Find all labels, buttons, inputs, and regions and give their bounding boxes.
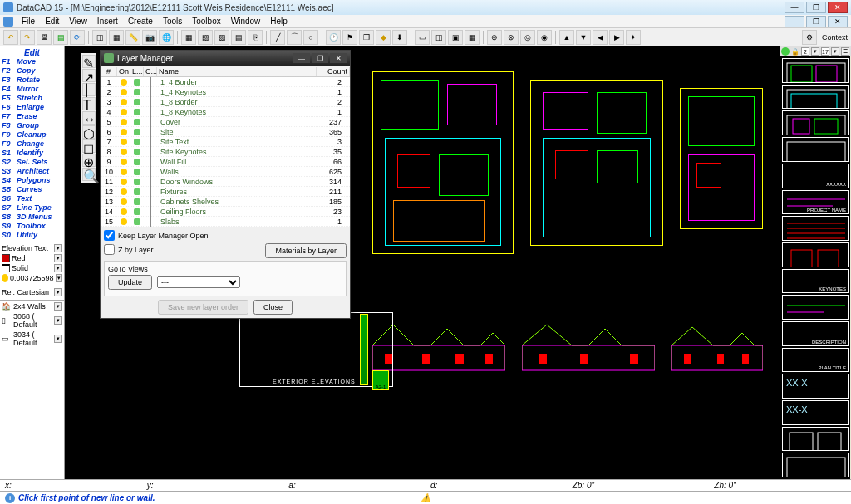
layer-row[interactable]: 13Cabinets Shelves185 [101, 197, 350, 207]
cmd-rotate[interactable]: F3Rotate [2, 76, 62, 85]
vtool-sel[interactable]: ◻ [82, 139, 96, 153]
layer-row[interactable]: 5Cover237 [101, 117, 350, 127]
thumb-menu[interactable]: ☰ [841, 47, 849, 56]
save-order-button[interactable]: Save new layer order [158, 300, 248, 315]
thumbnail[interactable]: PROJECT NAME [782, 190, 849, 215]
dim2[interactable]: 3034 ( Default [13, 330, 52, 347]
undo-button[interactable]: ↶ [3, 30, 18, 45]
box3d-button[interactable]: ❒ [359, 30, 374, 45]
color-swatch[interactable] [150, 147, 151, 157]
color-swatch[interactable] [150, 87, 151, 97]
circle-button[interactable]: ○ [303, 30, 318, 45]
thumbnail[interactable]: XXXXXX [782, 164, 849, 188]
doc-close-button[interactable]: ✕ [828, 16, 848, 27]
color-swatch[interactable] [150, 117, 151, 127]
color-swatch[interactable] [150, 107, 151, 117]
cmd-sel-sets[interactable]: S2Sel. Sets [2, 158, 62, 167]
tool-e[interactable]: ✦ [626, 30, 641, 45]
color-swatch[interactable] [150, 217, 151, 227]
color-swatch[interactable] [150, 227, 151, 228]
lock-icon[interactable] [134, 109, 140, 115]
vtool-pencil[interactable]: ✎ [82, 55, 96, 68]
lock-icon[interactable] [134, 208, 140, 215]
thumbnail[interactable]: PLAN TITLE [782, 348, 849, 373]
menu-tools[interactable]: Tools [158, 17, 187, 26]
bulb-icon[interactable] [121, 129, 127, 135]
tool-c[interactable]: ◀ [593, 30, 608, 45]
cmd-move[interactable]: F1Move [2, 57, 62, 66]
layer-row[interactable]: 11_4 Border2 [101, 77, 350, 87]
color-swatch[interactable] [150, 97, 151, 107]
refresh-button[interactable]: ⟳ [70, 30, 85, 45]
lock-icon[interactable] [134, 169, 140, 175]
minimize-button[interactable]: — [785, 2, 804, 13]
lock-icon[interactable] [134, 89, 140, 95]
cmd-copy[interactable]: F2Copy [2, 66, 62, 76]
thumbnail[interactable] [782, 58, 849, 83]
dialog-titlebar[interactable]: Layer Manager — ❐ ✕ [101, 51, 350, 66]
doc-minimize-button[interactable]: — [785, 16, 804, 27]
bulb-icon[interactable] [121, 149, 127, 155]
measure-button[interactable]: 📏 [125, 30, 140, 45]
bulb-icon[interactable] [121, 169, 127, 175]
cmd-cleanup[interactable]: F9Cleanup [2, 130, 62, 139]
color-swatch[interactable] [150, 187, 151, 197]
snap-2[interactable]: ⊗ [504, 30, 519, 45]
color-swatch[interactable] [2, 254, 10, 262]
wall-type[interactable]: 2x4 Walls [13, 302, 52, 311]
goto-view-select[interactable]: --- [157, 276, 240, 288]
color-swatch[interactable] [150, 167, 151, 177]
bulb-icon[interactable] [121, 99, 127, 105]
tool-2[interactable]: ▦ [109, 30, 124, 45]
cmd-text[interactable]: S6Text [2, 194, 62, 203]
lock-icon[interactable] [134, 188, 140, 195]
lock-icon[interactable] [134, 198, 140, 205]
dim1[interactable]: 3068 ( Default [13, 312, 52, 329]
cmd-mirror[interactable]: F4Mirror [2, 85, 62, 94]
flag-button[interactable]: ⚑ [342, 30, 357, 45]
snap-1[interactable]: ⊕ [487, 30, 502, 45]
tool-a[interactable]: ▲ [559, 30, 574, 45]
vtool-line[interactable]: │ [82, 83, 96, 96]
lock-icon[interactable] [134, 119, 140, 125]
cmd-polygons[interactable]: S4Polygons [2, 176, 62, 185]
cmd-change[interactable]: F0Change [2, 139, 62, 149]
layer-row[interactable]: 8Site Keynotes35 [101, 147, 350, 157]
thumbnail[interactable] [782, 295, 849, 320]
dim1-dd[interactable]: ▾ [54, 316, 62, 325]
bulb-icon[interactable] [121, 109, 127, 115]
print-button[interactable]: 🖶 [37, 30, 52, 45]
layer-row[interactable]: 10Walls625 [101, 167, 350, 177]
thumbnail[interactable] [782, 110, 849, 135]
vtool-dim[interactable]: ↔ [82, 111, 96, 125]
thumb-pg2[interactable]: 17 [821, 47, 829, 56]
color-swatch[interactable] [150, 177, 151, 187]
bulb-icon[interactable] [121, 198, 127, 205]
vtool-poly[interactable]: ⬡ [82, 125, 96, 139]
thumb-pg1-dd[interactable]: ▾ [811, 47, 819, 56]
z-by-layer-checkbox[interactable]: Z by Layer [104, 244, 154, 255]
view-2[interactable]: ◫ [431, 30, 446, 45]
thumb-pg1[interactable]: 2 [801, 47, 809, 56]
globe-button[interactable]: 🌐 [159, 30, 174, 45]
bulb-icon[interactable] [121, 159, 127, 165]
layer-row[interactable]: 12Fixtures211 [101, 187, 350, 197]
vtool-zoom[interactable]: 🔍 [82, 168, 96, 181]
thumbnail[interactable] [782, 242, 849, 267]
close-button[interactable]: ✕ [828, 2, 848, 13]
bulb-icon[interactable] [121, 139, 127, 145]
dim2-dd[interactable]: ▾ [54, 335, 62, 343]
factor-value[interactable]: 0.003725598 [10, 274, 54, 282]
cmd-architect[interactable]: S3Architect [2, 167, 62, 176]
factor-dd[interactable]: ▾ [56, 274, 62, 282]
doc-restore-button[interactable]: ❐ [806, 16, 826, 27]
thumbnail[interactable] [782, 137, 849, 162]
cmd-stretch[interactable]: F5Stretch [2, 94, 62, 103]
layer-row[interactable]: 9Wall Fill66 [101, 157, 350, 167]
cmd-toolbox[interactable]: S9Toolbox [2, 222, 62, 231]
lock-icon[interactable] [134, 99, 140, 105]
layer-row[interactable]: 15Slabs1 [101, 217, 350, 227]
layer-button[interactable]: ▤ [53, 30, 68, 45]
copy-button[interactable]: ⎘ [248, 30, 263, 45]
cmd-line-type[interactable]: S7Line Type [2, 203, 62, 213]
